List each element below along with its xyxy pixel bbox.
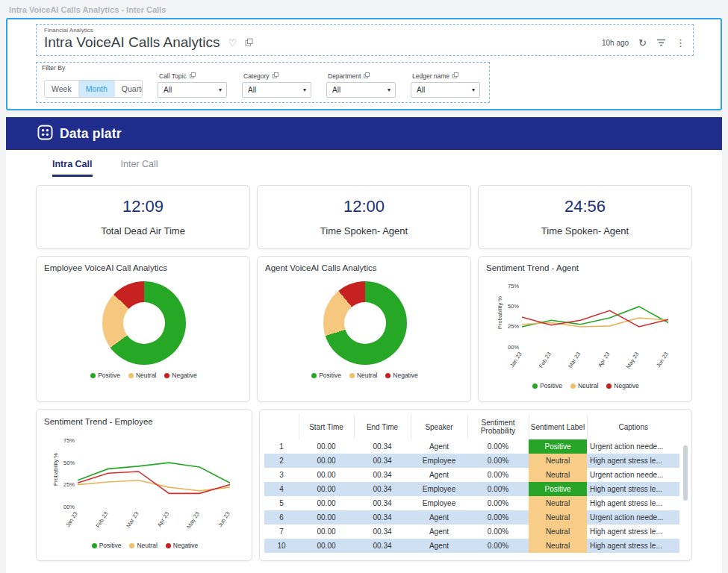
kpi-row: 12:09 Total Dead Air Time 12:00 Time Spo… (36, 185, 692, 249)
employee-sentiment-line-chart: Probability %00%25%50%75%Jan 23Feb 23Mar… (51, 426, 239, 535)
filter-lines-icon[interactable] (656, 38, 666, 48)
tab-inter-call[interactable]: Inter Call (121, 159, 158, 177)
chevron-down-icon: ▾ (219, 87, 222, 93)
chart-legend: Positive Neutral Negative (44, 542, 246, 549)
table-scrollbar[interactable] (683, 445, 688, 501)
negative-dot (166, 543, 171, 548)
svg-text:May 23: May 23 (185, 510, 201, 530)
svg-text:Jun 23: Jun 23 (655, 351, 670, 369)
ledger-name-label: Ledger name (412, 72, 449, 80)
caption-cell: High agent stress le... (587, 496, 679, 510)
kebab-menu-icon[interactable]: ⋮ (676, 38, 685, 48)
call-table-card: Start Time End Time Speaker Sentiment Pr… (259, 409, 692, 561)
svg-text:00%: 00% (507, 344, 518, 351)
svg-text:Jun 23: Jun 23 (217, 510, 231, 528)
category-select[interactable]: All▾ (242, 82, 311, 98)
chart-title: Agent VoiceAI Calls Analytics (265, 263, 464, 272)
link-icon (190, 72, 196, 80)
svg-text:Mar 23: Mar 23 (567, 351, 582, 369)
kpi-time-spoken-agent-2: 24:56 Time Spoken- Agent (478, 185, 692, 249)
svg-text:Feb 23: Feb 23 (537, 351, 552, 369)
svg-text:25%: 25% (63, 481, 75, 488)
table-row[interactable]: 700.0000.34Agent0.00%NeutralHigh agent s… (264, 525, 679, 539)
negative-dot (606, 383, 612, 389)
call-table-body: 100.0000.34Agent0.00%PositiveUrgent acti… (264, 439, 679, 553)
report-header-card: Financial Analytics Intra VoiceAI Calls … (6, 18, 722, 110)
call-topic-filter: Call Topic All▾ (158, 72, 227, 98)
caption-cell: High agent stress le... (587, 454, 679, 468)
kpi-label: Time Spoken- Agent (258, 225, 470, 237)
caption-cell: High agent stress le... (587, 482, 679, 496)
employee-sentiment-donut (102, 281, 186, 365)
positive-dot (92, 543, 97, 548)
svg-text:00%: 00% (63, 504, 75, 510)
positive-dot (532, 383, 538, 389)
period-segmented-control: Week Month Quarter Year (44, 80, 143, 98)
table-row[interactable]: 1000.0000.34Agent0.00%NeutralHigh agent … (264, 539, 679, 553)
neutral-dot (128, 373, 134, 378)
bottom-row: Sentiment Trend - Employee Probability %… (36, 409, 692, 561)
employee-donut-card: Employee VoiceAI Call Analytics Positive… (36, 256, 250, 402)
tab-intra-call[interactable]: Intra Call (52, 159, 93, 177)
dataplatr-logo-icon (37, 125, 53, 143)
agent-donut-card: Agent VoiceAI Calls Analytics Positive N… (257, 256, 471, 402)
col-speaker: Speaker (411, 414, 467, 439)
report-title-section: Financial Analytics Intra VoiceAI Calls … (36, 24, 694, 56)
refresh-icon[interactable]: ↻ (638, 38, 647, 48)
chart-legend: Positive Neutral Negative (486, 382, 685, 389)
table-row[interactable]: 100.0000.34Agent0.00%PositiveUrgent acti… (264, 439, 679, 454)
call-topic-select[interactable]: All▾ (158, 82, 227, 98)
table-row[interactable]: 500.0000.34Employee0.00%NeutralHigh agen… (264, 496, 679, 510)
breadcrumb: Financial Analytics (44, 27, 685, 34)
department-select[interactable]: All▾ (326, 82, 396, 98)
svg-text:50%: 50% (507, 303, 518, 310)
sentiment-label-cell: Positive (529, 439, 587, 454)
category-filter: Category All▾ (242, 72, 311, 98)
table-row[interactable]: 400.0000.34Employee0.00%PositiveHigh age… (264, 482, 679, 496)
sentiment-label-cell: Neutral (529, 468, 587, 482)
copy-icon[interactable] (245, 38, 253, 48)
sentiment-label-cell: Neutral (529, 525, 587, 539)
caption-cell: High agent stress le... (587, 525, 679, 539)
sentiment-label-cell: Neutral (529, 496, 587, 510)
svg-text:50%: 50% (63, 460, 75, 466)
chart-title: Sentiment Trend - Employee (44, 417, 246, 426)
ledger-name-select[interactable]: All▾ (411, 82, 480, 98)
table-row[interactable]: 300.0000.34Agent0.00%NeutralUrgent actio… (264, 468, 679, 482)
sentiment-label-cell: Neutral (529, 454, 587, 468)
svg-text:75%: 75% (507, 283, 518, 289)
agent-sentiment-line-chart: Probability %00%25%50%75%Jan 23Feb 23Mar… (495, 272, 677, 375)
ledger-name-filter: Ledger name All▾ (411, 72, 480, 98)
period-week-button[interactable]: Week (45, 81, 79, 97)
svg-text:Probability %: Probability % (497, 296, 503, 329)
link-icon (452, 72, 458, 80)
call-topic-label: Call Topic (159, 72, 187, 80)
caption-cell: Urgent action neede... (587, 439, 679, 454)
chevron-down-icon: ▾ (472, 87, 475, 93)
period-quarter-button[interactable]: Quarter (115, 81, 143, 97)
table-row[interactable]: 200.0000.34Employee0.00%NeutralHigh agen… (264, 454, 679, 468)
svg-text:Probability %: Probability % (52, 453, 59, 486)
svg-text:May 23: May 23 (624, 351, 640, 370)
filter-by-label: Filter By (42, 64, 65, 72)
agent-sentiment-donut (323, 281, 407, 365)
app-window: Intra VoiceAI Calls Analytics - Inter Ca… (0, 0, 728, 573)
favorite-heart-icon[interactable]: ♡ (228, 38, 237, 48)
table-row[interactable]: 600.0000.34Agent0.00%NeutralUrgent actio… (264, 510, 679, 525)
chevron-down-icon: ▾ (303, 87, 306, 93)
svg-text:Jan 23: Jan 23 (64, 510, 79, 528)
category-label: Category (243, 72, 270, 80)
negative-dot (164, 373, 169, 378)
department-label: Department (328, 72, 361, 80)
link-icon (273, 72, 279, 80)
brand-navbar: Data platr (6, 117, 722, 150)
period-month-button[interactable]: Month (79, 81, 115, 97)
brand-name: Data platr (60, 126, 122, 142)
chart-legend: Positive Neutral Negative (44, 372, 243, 379)
agent-sentiment-trend-card: Sentiment Trend - Agent Probability %00%… (478, 256, 692, 402)
sentiment-label-cell: Neutral (529, 510, 587, 525)
sentiment-label-cell: Neutral (529, 539, 587, 553)
kpi-label: Time Spoken- Agent (479, 225, 691, 237)
link-icon (364, 72, 370, 80)
col-start-time: Start Time (299, 414, 354, 439)
